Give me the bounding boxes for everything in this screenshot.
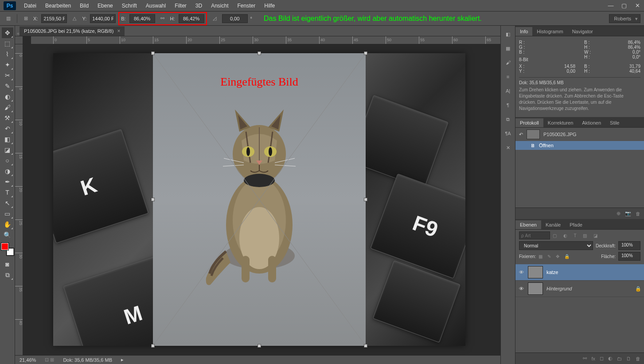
blur-tool[interactable]: ○: [2, 155, 13, 166]
layer-mask-icon[interactable]: ◻: [600, 356, 604, 361]
paragraph-panel-icon[interactable]: ¶: [503, 100, 513, 110]
close-button[interactable]: ✕: [631, 1, 644, 10]
tab-protokoll[interactable]: Protokoll: [515, 118, 543, 127]
horizontal-ruler[interactable]: 0 5 10 15 20 25 30 35 40 45 50 55 60 65: [31, 36, 500, 44]
zoom-tool[interactable]: 🔍: [2, 230, 13, 240]
menu-hilfe[interactable]: Hilfe: [260, 1, 279, 11]
app-logo[interactable]: Ps: [4, 1, 16, 10]
opacity-input[interactable]: 100%: [618, 241, 640, 250]
character-panel-icon[interactable]: A|: [503, 86, 513, 96]
dodge-tool[interactable]: ◑: [2, 166, 13, 176]
menu-3d[interactable]: 3D: [191, 1, 207, 11]
delete-layer-icon[interactable]: 🗑: [636, 356, 640, 361]
workspace-dropdown[interactable]: Roberts: [609, 14, 640, 23]
document-size[interactable]: Dok: 35,6 MB/35,6 MB: [63, 357, 112, 363]
healing-brush-tool[interactable]: ◐: [2, 91, 13, 102]
menu-bearbeiten[interactable]: Bearbeiten: [41, 1, 75, 11]
menu-schrift[interactable]: Schrift: [117, 1, 141, 11]
maximize-button[interactable]: ▢: [617, 1, 631, 10]
lock-icons[interactable]: ▦ ✎ ✥ 🔒: [539, 254, 571, 259]
brush-panel-icon[interactable]: 🖌: [503, 58, 513, 67]
menu-ebene[interactable]: Ebene: [93, 1, 117, 11]
history-brush-tool[interactable]: ↶: [2, 123, 13, 134]
menu-fenster[interactable]: Fenster: [233, 1, 260, 11]
snapshot-icon[interactable]: 📷: [625, 211, 631, 216]
document-canvas[interactable]: K M F9: [53, 53, 465, 346]
transform-tool-icon[interactable]: ▥: [4, 14, 13, 23]
create-document-icon[interactable]: ⊕: [617, 211, 621, 216]
filter-type-icons[interactable]: ▢ ◐ T ▨ ◪: [553, 233, 600, 238]
layer-thumb[interactable]: [528, 282, 543, 295]
clone-stamp-tool[interactable]: ⚒: [2, 113, 13, 123]
reference-point-icon[interactable]: ⊞: [21, 14, 31, 23]
delete-icon[interactable]: 🗑: [636, 211, 640, 216]
paragraph-styles-icon[interactable]: ¶A: [503, 129, 513, 138]
y-input[interactable]: [90, 14, 116, 23]
layer-style-icon[interactable]: fx: [591, 356, 595, 361]
path-selection-tool[interactable]: ↖: [2, 198, 13, 208]
tab-korrekturen[interactable]: Korrekturen: [543, 118, 578, 127]
foreground-color[interactable]: [1, 243, 8, 250]
menu-ansicht[interactable]: Ansicht: [207, 1, 233, 11]
tab-pfade[interactable]: Pfade: [565, 220, 587, 229]
tab-aktionen[interactable]: Aktionen: [578, 118, 605, 127]
layer-filter-input[interactable]: [519, 231, 550, 239]
color-swatches[interactable]: [1, 243, 14, 255]
visibility-icon[interactable]: 👁: [518, 270, 524, 275]
layer-hintergrund[interactable]: 👁 Hintergrund 🔒: [515, 281, 644, 297]
minimize-button[interactable]: —: [604, 1, 617, 10]
menu-filter[interactable]: Filter: [170, 1, 191, 11]
menu-datei[interactable]: Datei: [20, 1, 41, 11]
history-step-open[interactable]: 🗎 Öffnen: [515, 141, 644, 150]
clone-source-icon[interactable]: ⧉: [503, 114, 513, 124]
angle-input[interactable]: [222, 14, 248, 23]
eraser-tool[interactable]: ◧: [2, 134, 13, 145]
swatches-panel-icon[interactable]: ▦: [503, 43, 513, 53]
marquee-tool[interactable]: ⬚: [2, 38, 13, 49]
delta-icon[interactable]: △: [70, 14, 79, 23]
x-input[interactable]: [41, 14, 67, 23]
zoom-level[interactable]: 21,46%: [20, 357, 36, 363]
history-snapshot[interactable]: ↶ P1050026.JPG: [515, 128, 644, 141]
magic-wand-tool[interactable]: ✦: [2, 59, 13, 70]
layer-katze[interactable]: 👁 katze: [515, 264, 644, 281]
layer-name[interactable]: katze: [546, 270, 558, 275]
close-tab-icon[interactable]: ×: [117, 28, 120, 34]
type-tool[interactable]: T: [2, 187, 13, 198]
fill-input[interactable]: 100%: [618, 252, 640, 261]
link-layers-icon[interactable]: ⚯: [583, 356, 587, 361]
layer-group-icon[interactable]: 🗀: [617, 356, 622, 361]
gradient-tool[interactable]: ◪: [2, 145, 13, 155]
eyedropper-tool[interactable]: ✎: [2, 81, 13, 91]
tab-navigator[interactable]: Navigator: [568, 27, 597, 36]
tab-histogram[interactable]: Histogramm: [532, 27, 567, 36]
quick-mask-toggle[interactable]: ◙: [2, 259, 13, 270]
layer-thumb[interactable]: [528, 266, 543, 278]
lasso-tool[interactable]: ⌇: [2, 49, 13, 59]
color-panel-icon[interactable]: ◧: [503, 29, 513, 39]
canvas-area[interactable]: K M F9: [23, 44, 500, 355]
width-input[interactable]: [129, 14, 155, 23]
vertical-ruler[interactable]: 0 5 10 15 20 25 30 35 40: [15, 44, 23, 355]
blend-mode-dropdown[interactable]: Normal: [519, 241, 593, 250]
move-tool[interactable]: ✥: [2, 27, 13, 38]
shape-tool[interactable]: ▭: [2, 208, 13, 219]
document-tab[interactable]: P1050026.JPG bei 21,5% (katze, RGB/8) ×: [20, 26, 125, 36]
hand-tool[interactable]: ✋: [2, 219, 13, 230]
brush-tool[interactable]: 🖌: [2, 102, 13, 113]
height-input[interactable]: [179, 14, 204, 23]
tab-stile[interactable]: Stile: [605, 118, 624, 127]
menu-bild[interactable]: Bild: [75, 1, 93, 11]
visibility-icon[interactable]: 👁: [518, 286, 524, 291]
adjustment-layer-icon[interactable]: ◐: [608, 356, 613, 361]
layer-name[interactable]: Hintergrund: [546, 286, 572, 291]
tab-ebenen[interactable]: Ebenen: [515, 220, 541, 229]
tab-info[interactable]: Info: [515, 27, 532, 36]
crop-tool[interactable]: ✂: [2, 70, 13, 81]
tab-kanaele[interactable]: Kanäle: [541, 220, 565, 229]
status-arrow[interactable]: ▸: [121, 357, 124, 363]
status-icons[interactable]: ⊡ ⊞: [45, 357, 54, 363]
new-layer-icon[interactable]: 🗋: [626, 356, 631, 361]
screen-mode-toggle[interactable]: ⧉: [2, 270, 13, 280]
brush-presets-icon[interactable]: ≡: [503, 72, 513, 82]
